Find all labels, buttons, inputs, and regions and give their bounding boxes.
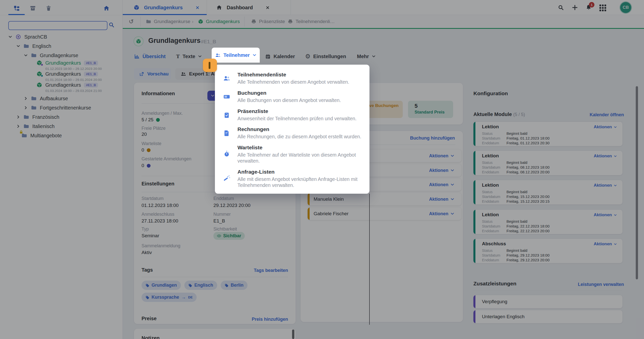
menu-item-warteliste[interactable]: Warteliste Alle Teilnehmer auf der Warte…	[215, 145, 369, 166]
invoice-icon	[223, 129, 230, 137]
menu-item-buchungen[interactable]: Buchungen Alle Buchungen von diesem Ange…	[215, 90, 369, 105]
menu-item-title: Buchungen	[237, 90, 267, 96]
menu-item-title: Teilnehmendenliste	[237, 72, 286, 78]
menu-item-desc: Alle mit diesem Angebot verknüpften Anfr…	[237, 176, 363, 188]
teilnehmer-dropdown-menu: Teilnehmendenliste Alle Teilnehmenden vo…	[215, 65, 369, 194]
menu-item-rechnungen[interactable]: Rechnungen Alle Rechnungen, die zu diese…	[215, 126, 369, 142]
menu-item-title: Präsenzliste	[237, 108, 268, 114]
stopwatch-icon	[223, 150, 230, 158]
menu-item-desc: Anwesenheit der Teilnehmenden prüfen und…	[237, 116, 363, 122]
tab-label: Teilnehmer	[223, 52, 250, 58]
people-icon	[215, 52, 221, 58]
menu-item-desc: Alle Teilnehmer auf der Warteliste von d…	[237, 152, 363, 164]
menu-item-desc: Alle Teilnehmenden von diesem Angebot ve…	[237, 79, 363, 85]
menu-item-title: Rechnungen	[237, 126, 269, 132]
ticket-icon	[223, 93, 230, 100]
text-cursor-indicator	[203, 59, 217, 72]
menu-item-title: Anfrage-Listen	[237, 169, 275, 175]
menu-item-praesenzliste[interactable]: Präsenzliste Anwesenheit der Teilnehmend…	[215, 108, 369, 124]
menu-item-desc: Alle Rechnungen, die zu diesem Angebot e…	[237, 134, 363, 140]
chevron-down-icon	[252, 53, 256, 57]
app-screen: SprachCB Englisch Grundlagenkurse	[0, 0, 644, 339]
magic-wand-icon	[223, 174, 230, 182]
menu-item-teilnehmendenliste[interactable]: Teilnehmendenliste Alle Teilnehmenden vo…	[215, 72, 369, 87]
tab-teilnehmer[interactable]: Teilnehmer	[212, 48, 260, 63]
clipboard-check-icon	[223, 111, 230, 119]
dropdown-edge-line	[369, 194, 370, 325]
people-icon	[223, 75, 230, 82]
menu-item-title: Warteliste	[237, 145, 263, 151]
menu-item-anfrage-listen[interactable]: Anfrage-Listen Alle mit diesem Angebot v…	[215, 169, 369, 190]
menu-item-desc: Alle Buchungen von diesem Angebot verwal…	[237, 97, 363, 103]
